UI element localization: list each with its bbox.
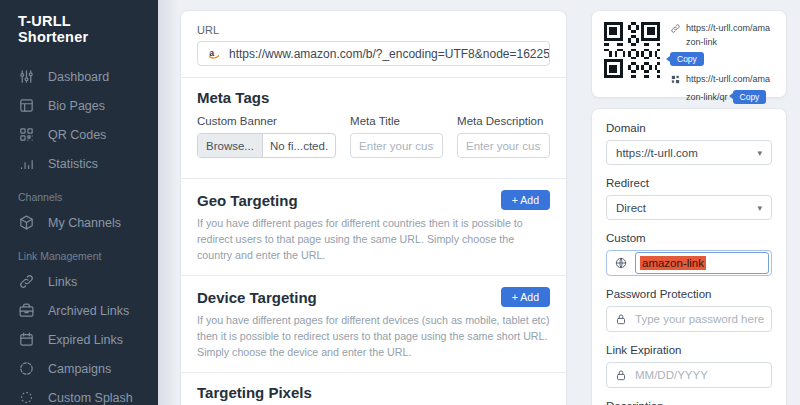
custom-alias-field[interactable]: amazon-link bbox=[635, 252, 769, 274]
url-value: https://www.amazon.com/b/?_encoding=UTF8… bbox=[229, 47, 550, 61]
copy-qr-link-button[interactable]: Copy bbox=[733, 90, 767, 104]
lock-icon-wrap bbox=[607, 312, 635, 326]
file-selected-text: No fi...cted. bbox=[263, 134, 335, 157]
link-icon bbox=[670, 23, 681, 34]
meta-title-input[interactable] bbox=[350, 133, 443, 158]
sidebar-item-links[interactable]: Links bbox=[0, 267, 158, 296]
adjustments-icon bbox=[18, 68, 35, 85]
sidebar-item-my-channels[interactable]: My Channels bbox=[0, 208, 158, 237]
url-input[interactable]: a https://www.amazon.com/b/?_encoding=UT… bbox=[197, 41, 550, 66]
device-targeting-header: Device Targeting + Add bbox=[197, 287, 550, 307]
geo-targeting-heading: Geo Targeting bbox=[197, 192, 298, 209]
geo-targeting-description: If you have different pages for differen… bbox=[197, 215, 550, 263]
layout-icon bbox=[18, 97, 35, 114]
chevron-down-icon: ▾ bbox=[757, 148, 762, 158]
chevron-down-icon: ▾ bbox=[757, 203, 762, 213]
sidebar-shadow bbox=[158, 0, 178, 405]
copy-short-link-button[interactable]: Copy bbox=[670, 52, 704, 66]
chart-bar-icon bbox=[18, 155, 35, 172]
link-expiration-label: Link Expiration bbox=[606, 344, 772, 356]
sidebar-section-channels: Channels bbox=[0, 178, 158, 208]
geo-targeting-header: Geo Targeting + Add bbox=[197, 190, 550, 210]
lock-icon bbox=[614, 312, 628, 326]
redirect-label: Redirect bbox=[606, 177, 772, 189]
sidebar-item-dashboard[interactable]: Dashboard bbox=[0, 62, 158, 91]
sidebar-nav: DashboardBio PagesQR CodesStatisticsChan… bbox=[0, 62, 158, 405]
sidebar-item-label: Dashboard bbox=[48, 70, 109, 84]
expiration-date-input[interactable] bbox=[635, 369, 771, 381]
app-title: T-URLL Shortener bbox=[0, 13, 158, 45]
globe-icon bbox=[614, 256, 628, 270]
custom-banner-label: Custom Banner bbox=[197, 115, 336, 127]
password-input-group bbox=[606, 306, 772, 332]
custom-label: Custom bbox=[606, 232, 772, 244]
divider bbox=[181, 77, 566, 78]
sidebar-item-label: Links bbox=[48, 275, 77, 289]
circle-icon bbox=[18, 360, 35, 377]
package-icon bbox=[18, 214, 35, 231]
redirect-select[interactable]: Direct ▾ bbox=[606, 195, 772, 220]
archive-icon bbox=[18, 302, 35, 319]
sidebar-item-label: My Channels bbox=[48, 216, 121, 230]
divider bbox=[181, 275, 566, 276]
share-card: https://t-urll.com/amazon-link Copy http… bbox=[591, 10, 787, 98]
content-area: URL a https://www.amazon.com/b/?_encodin… bbox=[158, 0, 800, 405]
sidebar-item-label: Custom Splash bbox=[48, 391, 133, 405]
sidebar-item-label: Statistics bbox=[48, 157, 98, 171]
device-targeting-heading: Device Targeting bbox=[197, 289, 317, 306]
password-protection-label: Password Protection bbox=[606, 288, 772, 300]
sidebar: T-URLL Shortener DashboardBio PagesQR Co… bbox=[0, 0, 158, 405]
geo-add-button[interactable]: + Add bbox=[501, 190, 550, 210]
password-input[interactable] bbox=[635, 313, 771, 325]
qr-link-row: https://t-urll.com/amazon-link/qrCopy bbox=[670, 73, 774, 104]
sidebar-item-label: Bio Pages bbox=[48, 99, 105, 113]
right-column: https://t-urll.com/amazon-link Copy http… bbox=[591, 10, 787, 405]
custom-alias-input[interactable]: amazon-link bbox=[606, 250, 772, 276]
calendar-icon bbox=[18, 331, 35, 348]
qr-code-image bbox=[604, 22, 660, 78]
sidebar-item-archived-links[interactable]: Archived Links bbox=[0, 296, 158, 325]
device-add-button[interactable]: + Add bbox=[501, 287, 550, 307]
browse-button[interactable]: Browse... bbox=[198, 134, 263, 157]
amazon-favicon-icon: a bbox=[207, 47, 221, 61]
qr-grid-icon bbox=[670, 74, 681, 85]
lock-icon bbox=[614, 368, 628, 382]
description-label: Description bbox=[606, 400, 772, 405]
link-settings-card: Domain https://t-urll.com ▾ Redirect Dir… bbox=[591, 108, 787, 405]
divider bbox=[181, 372, 566, 373]
short-link-row: https://t-urll.com/amazon-link Copy bbox=[670, 22, 774, 66]
meta-title-field: Meta Title bbox=[350, 115, 443, 158]
custom-banner-field: Custom Banner Browse... No fi...cted. bbox=[197, 115, 336, 158]
sidebar-item-statistics[interactable]: Statistics bbox=[0, 149, 158, 178]
sidebar-item-label: Archived Links bbox=[48, 304, 129, 318]
targeting-pixels-heading: Targeting Pixels bbox=[197, 384, 550, 401]
qrcode-icon bbox=[18, 126, 35, 143]
sidebar-item-campaigns[interactable]: Campaigns bbox=[0, 354, 158, 383]
meta-fields: Custom Banner Browse... No fi...cted. Me… bbox=[197, 115, 550, 158]
meta-tags-heading: Meta Tags bbox=[197, 89, 550, 106]
divider bbox=[181, 178, 566, 179]
url-label: URL bbox=[197, 24, 550, 36]
link-icon bbox=[18, 273, 35, 290]
meta-description-label: Meta Description bbox=[457, 115, 550, 127]
sidebar-item-qr-codes[interactable]: QR Codes bbox=[0, 120, 158, 149]
meta-title-label: Meta Title bbox=[350, 115, 443, 127]
sparkle-icon bbox=[18, 389, 35, 405]
domain-value: https://t-urll.com bbox=[616, 147, 698, 159]
sidebar-item-expired-links[interactable]: Expired Links bbox=[0, 325, 158, 354]
share-links: https://t-urll.com/amazon-link Copy http… bbox=[670, 22, 774, 86]
globe-icon-wrap bbox=[607, 256, 635, 270]
domain-label: Domain bbox=[606, 122, 772, 134]
sidebar-item-label: Expired Links bbox=[48, 333, 123, 347]
custom-alias-selected-text: amazon-link bbox=[640, 256, 706, 270]
redirect-value: Direct bbox=[616, 202, 646, 214]
sidebar-item-label: QR Codes bbox=[48, 128, 106, 142]
domain-select[interactable]: https://t-urll.com ▾ bbox=[606, 140, 772, 165]
meta-description-input[interactable] bbox=[457, 133, 550, 158]
link-editor-card: URL a https://www.amazon.com/b/?_encodin… bbox=[180, 10, 567, 405]
sidebar-item-bio-pages[interactable]: Bio Pages bbox=[0, 91, 158, 120]
sidebar-item-custom-splash[interactable]: Custom Splash bbox=[0, 383, 158, 405]
device-targeting-description: If you have different pages for differen… bbox=[197, 312, 550, 360]
custom-banner-file-input[interactable]: Browse... No fi...cted. bbox=[197, 133, 336, 158]
sidebar-item-label: Campaigns bbox=[48, 362, 111, 376]
